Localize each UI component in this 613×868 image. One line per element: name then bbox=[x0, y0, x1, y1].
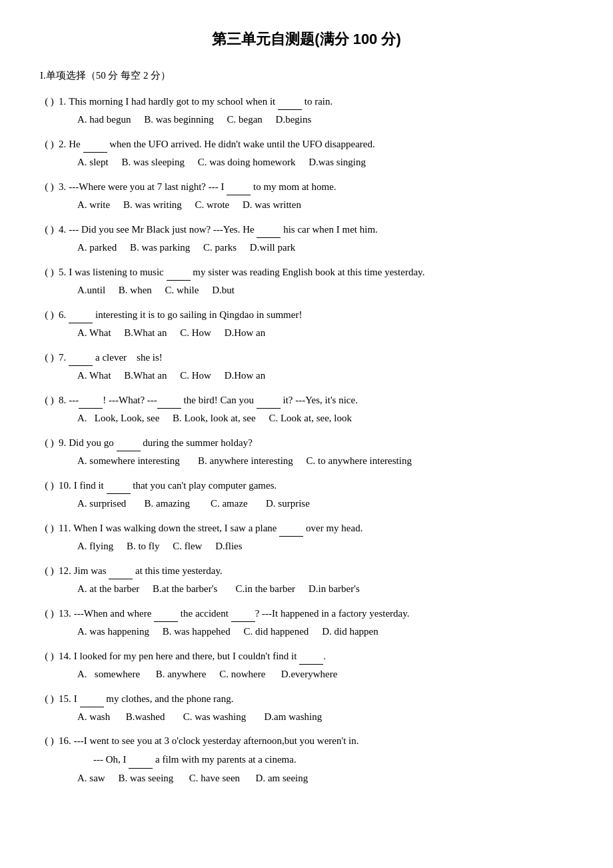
q13-options: A. was happening B. was happehed C. did … bbox=[40, 623, 573, 641]
question-1: ( ) 1. This morning I had hardly got to … bbox=[40, 93, 573, 129]
q1-paren: ( ) bbox=[40, 93, 59, 111]
q7-options: A. What B.What an C. How D.How an bbox=[40, 367, 573, 385]
question-9: ( ) 9. Did you go during the summer hold… bbox=[40, 434, 573, 470]
question-14: ( ) 14. I looked for my pen here and the… bbox=[40, 647, 573, 683]
q12-options: A. at the barber B.at the barber's C.in … bbox=[40, 581, 573, 598]
q1-options: A. had begun B. was beginning C. began D… bbox=[40, 111, 573, 129]
question-6: ( ) 6. interesting it is to go sailing i… bbox=[40, 306, 573, 342]
question-13: ( ) 13. ---When and where the accident ?… bbox=[40, 605, 573, 641]
q16-subtext: --- Oh, I a film with my parents at a ci… bbox=[40, 751, 573, 769]
question-15: ( ) 15. I my clothes, and the phone rang… bbox=[40, 690, 573, 726]
q15-options: A. wash B.washed C. was washing D.am was… bbox=[40, 709, 573, 726]
question-4: ( ) 4. --- Did you see Mr Black just now… bbox=[40, 221, 573, 257]
question-2: ( ) 2. He when the UFO arrived. He didn'… bbox=[40, 135, 573, 171]
page-title: 第三单元自测题(满分 100 分) bbox=[40, 27, 573, 51]
question-8: ( ) 8. --- ! ---What? --- the bird! Can … bbox=[40, 391, 573, 427]
question-11: ( ) 11. When I was walking down the stre… bbox=[40, 519, 573, 555]
q11-options: A. flying B. to fly C. flew D.flies bbox=[40, 538, 573, 555]
q9-options: A. somewhere interesting B. anywhere int… bbox=[40, 453, 573, 470]
question-3: ( ) 3. ---Where were you at 7 last night… bbox=[40, 178, 573, 214]
q2-options: A. slept B. was sleeping C. was doing ho… bbox=[40, 154, 573, 171]
q4-options: A. parked B. was parking C. parks D.will… bbox=[40, 239, 573, 257]
question-10: ( ) 10. I find it that you can't play co… bbox=[40, 477, 573, 513]
q8-options: A. Look, Look, see B. Look, look at, see… bbox=[40, 410, 573, 427]
question-5: ( ) 5. I was listening to music my siste… bbox=[40, 263, 573, 299]
question-12: ( ) 12. Jim was at this time yesterday. … bbox=[40, 562, 573, 598]
q6-options: A. What B.What an C. How D.How an bbox=[40, 325, 573, 342]
q16-options: A. saw B. was seeing C. have seen D. am … bbox=[40, 770, 573, 787]
question-7: ( ) 7. a clever she is! A. What B.What a… bbox=[40, 349, 573, 385]
section1-header: I.单项选择（50 分 每空 2 分） bbox=[40, 67, 573, 85]
q14-options: A. somewhere B. anywhere C. nowhere D.ev… bbox=[40, 666, 573, 683]
question-16: ( ) 16. ---I went to see you at 3 o'cloc… bbox=[40, 733, 573, 787]
q3-options: A. write B. was writing C. wrote D. was … bbox=[40, 197, 573, 214]
q10-options: A. surprised B. amazing C. amaze D. surp… bbox=[40, 495, 573, 513]
q5-options: A.until B. when C. while D.but bbox=[40, 282, 573, 299]
